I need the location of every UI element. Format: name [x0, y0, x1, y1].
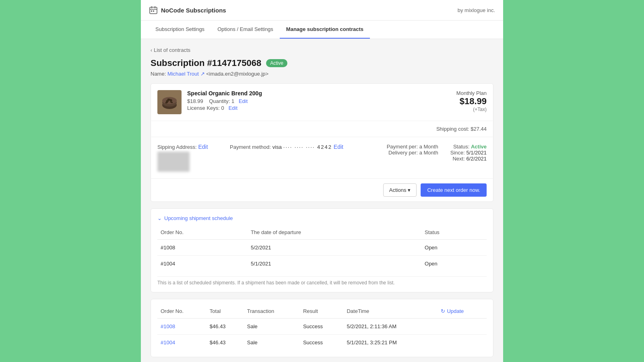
tx-action: [438, 335, 487, 351]
nav-tabs: Subscription Settings Options / Email Se…: [141, 21, 503, 39]
tx-datetime: 5/2/2021, 2:11:36 AM: [343, 319, 438, 335]
shipment-section: ⌄ Upcoming shipment schedule Order No. T…: [151, 208, 493, 292]
delivery-per-label: Delivery per: a Month: [387, 150, 438, 156]
tx-result: Success: [300, 319, 344, 335]
actions-row: Actions ▾ Create next order now.: [151, 179, 493, 202]
plan-label: Monthly Plan: [456, 90, 487, 96]
tab-options-email-settings[interactable]: Options / Email Settings: [211, 21, 280, 39]
status-active: Active: [471, 144, 487, 150]
calendar-icon: [149, 6, 158, 14]
tab-subscription-settings[interactable]: Subscription Settings: [149, 21, 211, 39]
address-label: Sipping Address:: [157, 144, 197, 150]
customer-link[interactable]: Michael Trout ↗: [167, 71, 205, 77]
next-row: Next: 6/2/2021: [450, 156, 487, 162]
transactions-section: Order No. Total Transaction Result DateT…: [151, 299, 493, 357]
plan-tax: (+Tax): [456, 107, 487, 112]
product-info: Special Organic Brend 200g $18.99 Quanti…: [187, 90, 456, 112]
shipment-status: Open: [421, 240, 487, 256]
shipping-value: $27.44: [471, 126, 487, 132]
svg-rect-1: [151, 10, 152, 12]
tx-col-transaction: Transaction: [244, 306, 300, 319]
payment-delivery-block: Payment per: a Month Delivery per: a Mon…: [387, 144, 438, 162]
product-name: Special Organic Brend 200g: [187, 90, 456, 97]
address-blurred: [157, 152, 190, 172]
tx-col-total: Total: [206, 306, 244, 319]
refresh-icon: ↻: [441, 308, 445, 314]
chevron-down-icon-2: ⌄: [157, 215, 162, 221]
status-badge: Active: [266, 59, 287, 67]
tx-total: $46.43: [206, 319, 244, 335]
shipment-table: Order No. The date of departure Status #…: [157, 227, 487, 272]
edit-quantity-link[interactable]: Edit: [239, 98, 248, 104]
transaction-row: #1008 $46.43 Sale Success 5/2/2021, 2:11…: [157, 319, 487, 335]
card-number: ···· ···· ···· 4242: [283, 144, 332, 150]
col-status: Status: [421, 227, 487, 240]
payment-label: Payment method:: [230, 144, 271, 150]
product-row: Special Organic Brend 200g $18.99 Quanti…: [151, 84, 493, 121]
product-image: [157, 90, 182, 114]
payment-per-label: Payment per: a Month: [387, 144, 438, 150]
actions-button[interactable]: Actions ▾: [383, 183, 417, 197]
subscription-card: Special Organic Brend 200g $18.99 Quanti…: [151, 83, 493, 202]
breadcrumb-label: List of contracts: [154, 47, 190, 53]
shipment-order-no: #1008: [157, 240, 248, 256]
shipment-status: Open: [421, 256, 487, 272]
tx-transaction: Sale: [244, 319, 300, 335]
tx-col-order: Order No.: [157, 306, 206, 319]
tx-datetime: 5/1/2021, 3:25:21 PM: [343, 335, 438, 351]
shipping-label: Shipping cost:: [436, 126, 469, 132]
transaction-row: #1004 $46.43 Sale Success 5/1/2021, 3:25…: [157, 335, 487, 351]
details-row: Sipping Address: Edit Payment method: vi…: [151, 137, 493, 179]
back-arrow-icon: ‹: [151, 47, 152, 53]
shipment-departure: 5/1/2021: [248, 256, 421, 272]
address-block: Sipping Address: Edit: [157, 144, 218, 172]
since-row: Since: 5/1/2021: [450, 150, 487, 156]
subscription-customer: Name: Michael Trout ↗ <imada.en2@mixlogu…: [151, 71, 493, 77]
tx-transaction: Sale: [244, 335, 300, 351]
svg-rect-2: [153, 10, 154, 12]
tx-result: Success: [300, 335, 344, 351]
tx-action: [438, 319, 487, 335]
shipment-note: This is a list of scheduled shipments. I…: [157, 276, 487, 286]
tx-order-no[interactable]: #1008: [157, 319, 206, 335]
tx-col-update: ↻ Update: [438, 306, 487, 319]
status-value-row: Status: Active: [450, 144, 487, 150]
payment-block: Payment method: visa ···· ···· ···· 4242…: [230, 144, 343, 172]
chevron-down-icon: ▾: [408, 187, 411, 193]
payment-edit-link[interactable]: Edit: [334, 144, 343, 150]
product-pricing: Monthly Plan $18.99 (+Tax): [456, 90, 487, 112]
plan-price: $18.99: [456, 96, 487, 107]
shipping-row: Shipping cost: $27.44: [151, 121, 493, 137]
edit-license-link[interactable]: Edit: [229, 105, 237, 111]
shipment-row: #1004 5/1/2021 Open: [157, 256, 487, 272]
col-departure: The date of departure: [248, 227, 421, 240]
payment-type: visa: [272, 144, 282, 150]
create-order-button[interactable]: Create next order now.: [421, 183, 487, 197]
shipment-row: #1008 5/2/2021 Open: [157, 240, 487, 256]
app-by: by mixlogue inc.: [458, 7, 495, 13]
transactions-table: Order No. Total Transaction Result DateT…: [157, 306, 487, 350]
product-license: License Keys: 0 Edit: [187, 105, 456, 111]
update-button[interactable]: ↻ Update: [441, 308, 464, 314]
col-order-no: Order No.: [157, 227, 248, 240]
shipment-departure: 5/2/2021: [248, 240, 421, 256]
status-values-block: Status: Active Since: 5/1/2021 Next: 6/2…: [450, 144, 487, 162]
tab-manage-contracts[interactable]: Manage subscription contracts: [280, 21, 370, 39]
app-title: NoCode Subscriptions: [161, 7, 226, 14]
shipment-order-no: #1004: [157, 256, 248, 272]
tx-col-datetime: DateTime: [343, 306, 438, 319]
breadcrumb[interactable]: ‹ List of contracts: [151, 47, 493, 53]
status-block: Payment per: a Month Delivery per: a Mon…: [387, 144, 487, 172]
tx-total: $46.43: [206, 335, 244, 351]
address-edit-link[interactable]: Edit: [198, 144, 208, 150]
tx-col-result: Result: [300, 306, 344, 319]
tx-order-no[interactable]: #1004: [157, 335, 206, 351]
product-price-qty: $18.99 Quantity: 1 Edit: [187, 98, 456, 104]
shipment-toggle[interactable]: ⌄ Upcoming shipment schedule: [157, 215, 487, 221]
subscription-id: Subscription #1147175068: [151, 58, 261, 68]
